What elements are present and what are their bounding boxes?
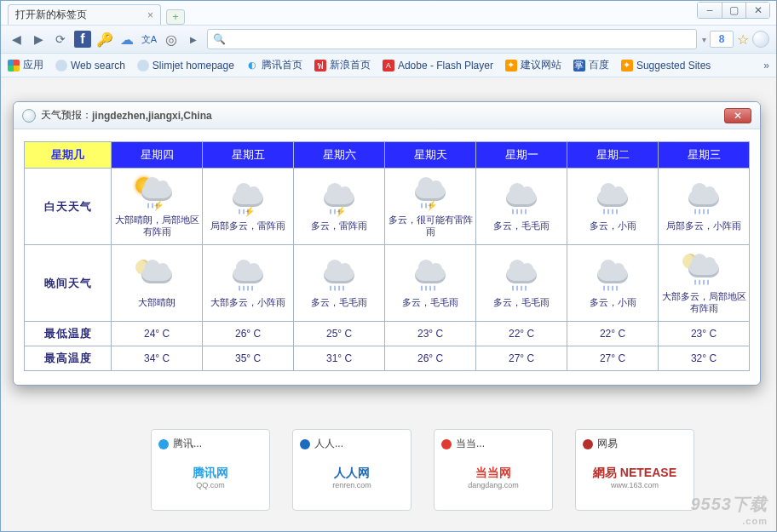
bookmark-item[interactable]: Slimjet homepage — [137, 60, 234, 72]
window-close-button[interactable]: ✕ — [745, 3, 769, 18]
weather-sun-storm-icon: ⚡╵╵╵ — [137, 179, 176, 209]
weather-rain-icon: ╵╵╵╵ — [684, 185, 723, 215]
adobe-icon: A — [383, 60, 394, 72]
weather-storm-icon: ⚡╵╵╵ — [319, 185, 359, 215]
high-temp-cell: 34° C — [112, 346, 203, 371]
day-weather-cell: ⚡╵╵╵多云，雷阵雨 — [294, 169, 385, 245]
weather-rain-icon: ╵╵╵╵ — [593, 261, 632, 292]
back-button[interactable]: ◀ — [8, 31, 25, 48]
low-temp-cell: 22° C — [567, 322, 659, 346]
apps-icon — [8, 60, 20, 72]
col-day: 星期天 — [385, 142, 476, 169]
row-low-label: 最低温度 — [25, 322, 112, 346]
address-bar[interactable]: 🔍 — [207, 29, 697, 49]
star-icon[interactable]: ☆ — [737, 31, 749, 48]
col-day: 星期四 — [112, 142, 203, 169]
day-weather-cell: ╵╵╵╵多云，毛毛雨 — [476, 169, 567, 245]
target-icon[interactable]: ◎ — [163, 31, 180, 48]
forward-button[interactable]: ▶ — [30, 31, 47, 48]
translate-icon[interactable]: 文A — [141, 31, 158, 48]
tab-newtab[interactable]: 打开新的标签页 × — [8, 4, 161, 25]
night-weather-cell: ╵╵╵╵大部多云，小阵雨 — [203, 245, 294, 322]
col-day: 星期五 — [203, 142, 294, 169]
site-label: 当当... — [456, 437, 485, 451]
bookmark-item[interactable]: AAdobe - Flash Player — [383, 60, 493, 72]
bookmarks-bar: 应用 Web search Slimjet homepage ◐腾讯首页 ฟ新浪… — [1, 54, 776, 77]
col-day: 星期二 — [567, 142, 659, 169]
new-tab-button[interactable]: + — [166, 9, 185, 25]
bookmark-item[interactable]: ◐腾讯首页 — [246, 58, 302, 72]
reload-button[interactable]: ⟳ — [52, 31, 69, 48]
high-temp-cell: 27° C — [476, 346, 567, 371]
suggest2-icon: ✦ — [621, 60, 633, 72]
slimjet-icon — [137, 60, 149, 72]
day-weather-cell: ⚡╵╵╵局部多云，雷阵雨 — [203, 169, 294, 245]
weather-title-prefix: 天气预报： — [41, 108, 92, 123]
night-weather-cell: 大部晴朗 — [112, 245, 203, 322]
facebook-icon[interactable]: f — [74, 31, 91, 48]
browser-window: – ▢ ✕ 打开新的标签页 × + ◀ ▶ ⟳ f 🔑 ☁ 文A ◎ ▶ 🔍 ▾… — [0, 0, 777, 532]
site-tile[interactable]: 腾讯...腾讯网QQ.com — [151, 429, 270, 511]
night-weather-cell: ╵╵╵╵多云，毛毛雨 — [476, 245, 567, 322]
key-icon[interactable]: 🔑 — [96, 31, 113, 48]
site-favicon — [300, 439, 310, 449]
minimize-button[interactable]: – — [698, 3, 722, 18]
watermark: 9553下载.com — [691, 493, 768, 526]
site-logo: 人人网renren.com — [300, 451, 404, 503]
bookmark-item[interactable]: ✦Suggested Sites — [621, 60, 711, 72]
qq-icon: ◐ — [246, 60, 258, 72]
low-temp-cell: 23° C — [385, 322, 476, 346]
site-label: 人人... — [314, 437, 343, 451]
col-day: 星期六 — [294, 142, 385, 169]
bookmark-item[interactable]: 掌百度 — [573, 58, 609, 72]
site-tile[interactable]: 网易網易 NETEASEwww.163.com — [575, 429, 694, 511]
baidu-icon: 掌 — [573, 60, 585, 72]
weather-rain-icon: ╵╵╵╵ — [593, 185, 632, 215]
search-engine-group: ▾ 8 ☆ — [702, 31, 769, 48]
low-temp-cell: 23° C — [659, 322, 750, 346]
day-weather-cell: ⚡╵╵╵大部晴朗，局部地区有阵雨 — [112, 169, 203, 245]
maximize-button[interactable]: ▢ — [722, 3, 745, 18]
search-dropdown-icon[interactable]: ▾ — [702, 35, 706, 44]
row-night-label: 晚间天气 — [25, 245, 112, 322]
site-tile[interactable]: 当当...当当网dangdang.com — [434, 429, 553, 511]
globe-icon — [55, 60, 67, 72]
weather-icon[interactable]: ☁ — [118, 31, 135, 48]
tab-title: 打开新的标签页 — [15, 8, 87, 22]
site-tile[interactable]: 人人...人人网renren.com — [292, 429, 412, 511]
weather-location: jingdezhen,jiangxi,China — [92, 110, 212, 122]
settings-globe-icon[interactable] — [752, 31, 769, 48]
day-weather-cell: ╵╵╵╵局部多云，小阵雨 — [659, 169, 750, 245]
content-area: 天气预报： jingdezhen,jiangxi,China ✕ 星期几 星期四… — [1, 77, 776, 531]
low-temp-cell: 26° C — [203, 322, 294, 346]
dropdown-icon[interactable]: ▶ — [185, 31, 202, 48]
site-logo: 当当网dangdang.com — [441, 451, 545, 503]
night-weather-cell: ╵╵╵╵多云，毛毛雨 — [385, 245, 476, 322]
bookmark-item[interactable]: ฟ新浪首页 — [314, 58, 371, 72]
speed-dial: 腾讯...腾讯网QQ.com人人...人人网renren.com当当...当当网… — [120, 429, 725, 511]
apps-label: 应用 — [23, 58, 43, 72]
weather-close-button[interactable]: ✕ — [724, 108, 751, 123]
weather-dialog: 天气预报： jingdezhen,jiangxi,China ✕ 星期几 星期四… — [13, 101, 761, 386]
high-temp-cell: 31° C — [294, 346, 385, 371]
suggest-icon: ✦ — [505, 60, 517, 72]
day-weather-cell: ⚡╵╵╵多云，很可能有雷阵雨 — [385, 169, 476, 245]
row-high-label: 最高温度 — [25, 346, 112, 371]
bookmark-item[interactable]: Web search — [55, 60, 125, 72]
site-label: 腾讯... — [173, 437, 202, 451]
low-temp-cell: 24° C — [112, 322, 203, 346]
day-weather-cell: ╵╵╵╵多云，小雨 — [567, 169, 659, 245]
search-icon: 🔍 — [213, 33, 226, 45]
tab-close-icon[interactable]: × — [147, 9, 153, 21]
weather-rain-icon: ╵╵╵╵ — [502, 185, 541, 215]
bookmarks-overflow-button[interactable]: » — [763, 60, 769, 72]
night-weather-cell: ╵╵╵╵多云，毛毛雨 — [294, 245, 385, 322]
col-day: 星期一 — [476, 142, 567, 169]
bookmark-item[interactable]: ✦建议网站 — [505, 58, 561, 72]
tabstrip: 打开新的标签页 × + — [1, 1, 776, 25]
weather-table: 星期几 星期四 星期五 星期六 星期天 星期一 星期二 星期三 白天天气⚡╵╵╵… — [24, 141, 750, 371]
sina-icon: ฟ — [314, 60, 326, 72]
google-search-button[interactable]: 8 — [710, 31, 734, 48]
site-logo: 腾讯网QQ.com — [158, 451, 262, 503]
apps-button[interactable]: 应用 — [8, 58, 43, 72]
